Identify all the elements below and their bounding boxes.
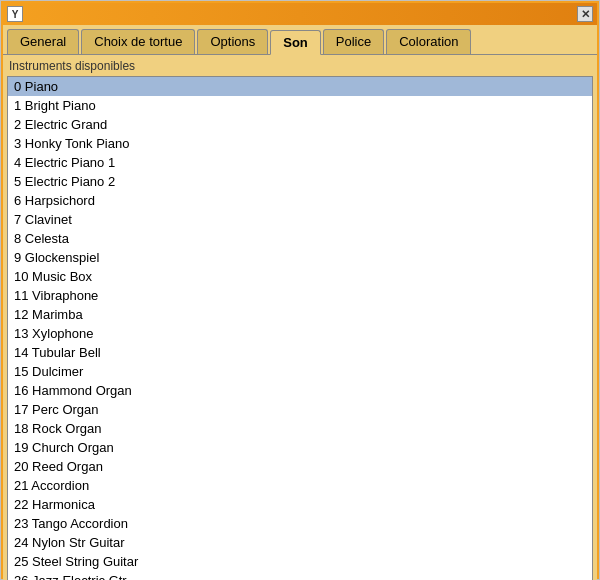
content-area: Instruments disponibles 0 Piano1 Bright …	[3, 54, 597, 580]
title-bar: Y ✕	[3, 3, 597, 25]
list-item[interactable]: 13 Xylophone	[8, 324, 592, 343]
tab-options[interactable]: Options	[197, 29, 268, 54]
list-item[interactable]: 11 Vibraphone	[8, 286, 592, 305]
list-item[interactable]: 7 Clavinet	[8, 210, 592, 229]
list-item[interactable]: 26 Jazz Electric Gtr	[8, 571, 592, 580]
list-item[interactable]: 17 Perc Organ	[8, 400, 592, 419]
list-item[interactable]: 5 Electric Piano 2	[8, 172, 592, 191]
tabs-row: General Choix de tortue Options Son Poli…	[3, 25, 597, 54]
list-item[interactable]: 12 Marimba	[8, 305, 592, 324]
list-item[interactable]: 23 Tango Accordion	[8, 514, 592, 533]
list-item[interactable]: 18 Rock Organ	[8, 419, 592, 438]
app-icon: Y	[7, 6, 23, 22]
list-item[interactable]: 20 Reed Organ	[8, 457, 592, 476]
list-item[interactable]: 9 Glockenspiel	[8, 248, 592, 267]
section-label: Instruments disponibles	[7, 59, 593, 73]
list-item[interactable]: 3 Honky Tonk Piano	[8, 134, 592, 153]
list-item[interactable]: 6 Harpsichord	[8, 191, 592, 210]
tab-police[interactable]: Police	[323, 29, 384, 54]
list-item[interactable]: 2 Electric Grand	[8, 115, 592, 134]
list-item[interactable]: 24 Nylon Str Guitar	[8, 533, 592, 552]
list-item[interactable]: 22 Harmonica	[8, 495, 592, 514]
close-button[interactable]: ✕	[577, 6, 593, 22]
list-item[interactable]: 16 Hammond Organ	[8, 381, 592, 400]
tab-general[interactable]: General	[7, 29, 79, 54]
tab-coloration[interactable]: Coloration	[386, 29, 471, 54]
list-item[interactable]: 1 Bright Piano	[8, 96, 592, 115]
main-window: Y ✕ General Choix de tortue Options Son …	[1, 1, 599, 579]
list-item[interactable]: 10 Music Box	[8, 267, 592, 286]
list-item[interactable]: 25 Steel String Guitar	[8, 552, 592, 571]
list-item[interactable]: 8 Celesta	[8, 229, 592, 248]
list-item[interactable]: 15 Dulcimer	[8, 362, 592, 381]
list-item[interactable]: 19 Church Organ	[8, 438, 592, 457]
list-item[interactable]: 0 Piano	[8, 77, 592, 96]
tab-son[interactable]: Son	[270, 30, 321, 55]
list-item[interactable]: 4 Electric Piano 1	[8, 153, 592, 172]
tab-choix-tortue[interactable]: Choix de tortue	[81, 29, 195, 54]
list-item[interactable]: 14 Tubular Bell	[8, 343, 592, 362]
instrument-list[interactable]: 0 Piano1 Bright Piano2 Electric Grand3 H…	[7, 76, 593, 580]
list-item[interactable]: 21 Accordion	[8, 476, 592, 495]
